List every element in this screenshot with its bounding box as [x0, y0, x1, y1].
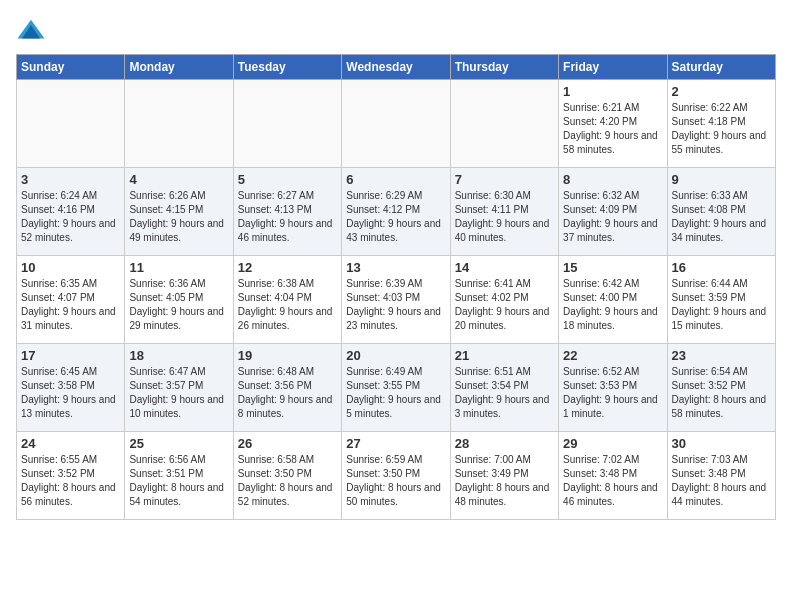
- calendar-day-cell: 15Sunrise: 6:42 AM Sunset: 4:00 PM Dayli…: [559, 256, 667, 344]
- calendar-week-row: 24Sunrise: 6:55 AM Sunset: 3:52 PM Dayli…: [17, 432, 776, 520]
- calendar-day-cell: 1Sunrise: 6:21 AM Sunset: 4:20 PM Daylig…: [559, 80, 667, 168]
- day-number: 13: [346, 260, 445, 275]
- calendar-day-cell: 17Sunrise: 6:45 AM Sunset: 3:58 PM Dayli…: [17, 344, 125, 432]
- calendar-day-cell: 26Sunrise: 6:58 AM Sunset: 3:50 PM Dayli…: [233, 432, 341, 520]
- day-number: 14: [455, 260, 554, 275]
- calendar-day-cell: 19Sunrise: 6:48 AM Sunset: 3:56 PM Dayli…: [233, 344, 341, 432]
- calendar-day-cell: 8Sunrise: 6:32 AM Sunset: 4:09 PM Daylig…: [559, 168, 667, 256]
- day-number: 29: [563, 436, 662, 451]
- calendar-day-cell: [233, 80, 341, 168]
- day-number: 6: [346, 172, 445, 187]
- day-number: 21: [455, 348, 554, 363]
- day-info: Sunrise: 6:42 AM Sunset: 4:00 PM Dayligh…: [563, 277, 662, 333]
- calendar-week-row: 17Sunrise: 6:45 AM Sunset: 3:58 PM Dayli…: [17, 344, 776, 432]
- page-header: [16, 16, 776, 46]
- calendar-day-cell: 6Sunrise: 6:29 AM Sunset: 4:12 PM Daylig…: [342, 168, 450, 256]
- day-info: Sunrise: 6:44 AM Sunset: 3:59 PM Dayligh…: [672, 277, 771, 333]
- calendar-day-cell: 9Sunrise: 6:33 AM Sunset: 4:08 PM Daylig…: [667, 168, 775, 256]
- day-number: 10: [21, 260, 120, 275]
- day-info: Sunrise: 6:56 AM Sunset: 3:51 PM Dayligh…: [129, 453, 228, 509]
- calendar-week-row: 3Sunrise: 6:24 AM Sunset: 4:16 PM Daylig…: [17, 168, 776, 256]
- calendar-day-cell: 2Sunrise: 6:22 AM Sunset: 4:18 PM Daylig…: [667, 80, 775, 168]
- calendar-day-cell: 22Sunrise: 6:52 AM Sunset: 3:53 PM Dayli…: [559, 344, 667, 432]
- day-info: Sunrise: 6:30 AM Sunset: 4:11 PM Dayligh…: [455, 189, 554, 245]
- calendar-day-cell: 25Sunrise: 6:56 AM Sunset: 3:51 PM Dayli…: [125, 432, 233, 520]
- day-info: Sunrise: 6:48 AM Sunset: 3:56 PM Dayligh…: [238, 365, 337, 421]
- day-number: 4: [129, 172, 228, 187]
- day-info: Sunrise: 6:51 AM Sunset: 3:54 PM Dayligh…: [455, 365, 554, 421]
- day-number: 15: [563, 260, 662, 275]
- calendar-day-cell: [342, 80, 450, 168]
- day-info: Sunrise: 6:38 AM Sunset: 4:04 PM Dayligh…: [238, 277, 337, 333]
- day-info: Sunrise: 6:59 AM Sunset: 3:50 PM Dayligh…: [346, 453, 445, 509]
- day-number: 25: [129, 436, 228, 451]
- day-info: Sunrise: 6:52 AM Sunset: 3:53 PM Dayligh…: [563, 365, 662, 421]
- day-number: 12: [238, 260, 337, 275]
- weekday-header: Tuesday: [233, 55, 341, 80]
- calendar-day-cell: 30Sunrise: 7:03 AM Sunset: 3:48 PM Dayli…: [667, 432, 775, 520]
- day-number: 7: [455, 172, 554, 187]
- calendar-day-cell: 12Sunrise: 6:38 AM Sunset: 4:04 PM Dayli…: [233, 256, 341, 344]
- weekday-header: Saturday: [667, 55, 775, 80]
- weekday-header: Wednesday: [342, 55, 450, 80]
- weekday-header: Sunday: [17, 55, 125, 80]
- day-info: Sunrise: 6:49 AM Sunset: 3:55 PM Dayligh…: [346, 365, 445, 421]
- day-number: 8: [563, 172, 662, 187]
- calendar-day-cell: [125, 80, 233, 168]
- day-info: Sunrise: 6:21 AM Sunset: 4:20 PM Dayligh…: [563, 101, 662, 157]
- day-number: 23: [672, 348, 771, 363]
- calendar-week-row: 10Sunrise: 6:35 AM Sunset: 4:07 PM Dayli…: [17, 256, 776, 344]
- day-number: 2: [672, 84, 771, 99]
- calendar-table: SundayMondayTuesdayWednesdayThursdayFrid…: [16, 54, 776, 520]
- day-info: Sunrise: 6:54 AM Sunset: 3:52 PM Dayligh…: [672, 365, 771, 421]
- weekday-header: Thursday: [450, 55, 558, 80]
- day-info: Sunrise: 6:55 AM Sunset: 3:52 PM Dayligh…: [21, 453, 120, 509]
- calendar-day-cell: 16Sunrise: 6:44 AM Sunset: 3:59 PM Dayli…: [667, 256, 775, 344]
- day-info: Sunrise: 7:00 AM Sunset: 3:49 PM Dayligh…: [455, 453, 554, 509]
- calendar-day-cell: 3Sunrise: 6:24 AM Sunset: 4:16 PM Daylig…: [17, 168, 125, 256]
- day-info: Sunrise: 6:36 AM Sunset: 4:05 PM Dayligh…: [129, 277, 228, 333]
- day-number: 28: [455, 436, 554, 451]
- calendar-day-cell: 11Sunrise: 6:36 AM Sunset: 4:05 PM Dayli…: [125, 256, 233, 344]
- day-number: 30: [672, 436, 771, 451]
- day-info: Sunrise: 6:24 AM Sunset: 4:16 PM Dayligh…: [21, 189, 120, 245]
- day-number: 5: [238, 172, 337, 187]
- calendar-day-cell: 21Sunrise: 6:51 AM Sunset: 3:54 PM Dayli…: [450, 344, 558, 432]
- logo: [16, 16, 50, 46]
- calendar-day-cell: 13Sunrise: 6:39 AM Sunset: 4:03 PM Dayli…: [342, 256, 450, 344]
- day-info: Sunrise: 6:32 AM Sunset: 4:09 PM Dayligh…: [563, 189, 662, 245]
- day-info: Sunrise: 6:58 AM Sunset: 3:50 PM Dayligh…: [238, 453, 337, 509]
- calendar-header-row: SundayMondayTuesdayWednesdayThursdayFrid…: [17, 55, 776, 80]
- day-number: 1: [563, 84, 662, 99]
- day-number: 16: [672, 260, 771, 275]
- day-info: Sunrise: 6:27 AM Sunset: 4:13 PM Dayligh…: [238, 189, 337, 245]
- day-number: 26: [238, 436, 337, 451]
- calendar-day-cell: 28Sunrise: 7:00 AM Sunset: 3:49 PM Dayli…: [450, 432, 558, 520]
- day-number: 19: [238, 348, 337, 363]
- calendar-day-cell: 20Sunrise: 6:49 AM Sunset: 3:55 PM Dayli…: [342, 344, 450, 432]
- day-number: 22: [563, 348, 662, 363]
- calendar-day-cell: 29Sunrise: 7:02 AM Sunset: 3:48 PM Dayli…: [559, 432, 667, 520]
- calendar-day-cell: 23Sunrise: 6:54 AM Sunset: 3:52 PM Dayli…: [667, 344, 775, 432]
- day-info: Sunrise: 7:03 AM Sunset: 3:48 PM Dayligh…: [672, 453, 771, 509]
- day-number: 18: [129, 348, 228, 363]
- calendar-day-cell: 18Sunrise: 6:47 AM Sunset: 3:57 PM Dayli…: [125, 344, 233, 432]
- weekday-header: Monday: [125, 55, 233, 80]
- calendar-day-cell: 10Sunrise: 6:35 AM Sunset: 4:07 PM Dayli…: [17, 256, 125, 344]
- day-info: Sunrise: 6:26 AM Sunset: 4:15 PM Dayligh…: [129, 189, 228, 245]
- calendar-day-cell: [17, 80, 125, 168]
- day-info: Sunrise: 6:29 AM Sunset: 4:12 PM Dayligh…: [346, 189, 445, 245]
- calendar-day-cell: [450, 80, 558, 168]
- day-info: Sunrise: 6:33 AM Sunset: 4:08 PM Dayligh…: [672, 189, 771, 245]
- day-number: 9: [672, 172, 771, 187]
- day-info: Sunrise: 6:22 AM Sunset: 4:18 PM Dayligh…: [672, 101, 771, 157]
- day-number: 11: [129, 260, 228, 275]
- day-number: 27: [346, 436, 445, 451]
- day-info: Sunrise: 6:39 AM Sunset: 4:03 PM Dayligh…: [346, 277, 445, 333]
- weekday-header: Friday: [559, 55, 667, 80]
- calendar-day-cell: 24Sunrise: 6:55 AM Sunset: 3:52 PM Dayli…: [17, 432, 125, 520]
- day-info: Sunrise: 7:02 AM Sunset: 3:48 PM Dayligh…: [563, 453, 662, 509]
- calendar-day-cell: 7Sunrise: 6:30 AM Sunset: 4:11 PM Daylig…: [450, 168, 558, 256]
- day-info: Sunrise: 6:47 AM Sunset: 3:57 PM Dayligh…: [129, 365, 228, 421]
- calendar-day-cell: 27Sunrise: 6:59 AM Sunset: 3:50 PM Dayli…: [342, 432, 450, 520]
